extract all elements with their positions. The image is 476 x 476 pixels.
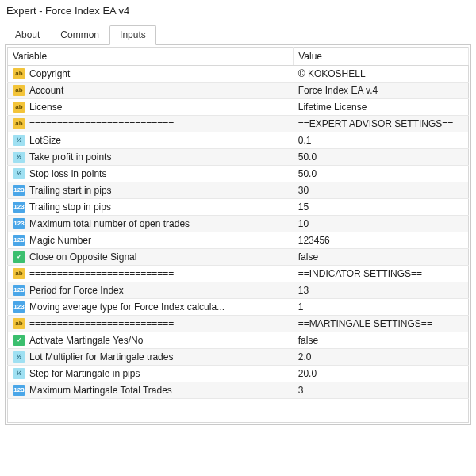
variable-cell[interactable]: ½Lot Multiplier for Martingale trades (8, 349, 294, 366)
variable-name: Take profit in points (29, 152, 111, 163)
variable-name: Account (29, 85, 63, 96)
tab-common[interactable]: Common (50, 25, 109, 45)
value-cell[interactable]: 50.0 (294, 166, 469, 182)
value-cell[interactable]: ==MARTINGALE SETTINGS== (294, 316, 469, 332)
variable-name: LotSize (29, 135, 61, 146)
variable-name: ========================== (29, 268, 174, 279)
tab-about[interactable]: About (5, 25, 50, 45)
value-cell[interactable]: 50.0 (294, 149, 469, 166)
table-row[interactable]: 123Magic Number123456 (8, 232, 469, 249)
variable-name: Period for Force Index (29, 285, 124, 296)
table-row[interactable]: ✓Activate Martingale Yes/Nofalse (8, 332, 469, 349)
variable-cell[interactable]: ½Step for Martingale in pips (8, 366, 294, 382)
table-row[interactable]: abCopyright© KOKOSHELL (8, 66, 469, 83)
string-type-icon: ab (13, 68, 25, 79)
column-header-variable[interactable]: Variable (8, 48, 294, 66)
value-cell[interactable]: Force Index EA v.4 (294, 83, 469, 99)
value-cell[interactable]: 3 (294, 382, 469, 399)
column-header-value[interactable]: Value (294, 48, 469, 66)
variable-cell[interactable]: abAccount (8, 83, 294, 99)
variable-cell[interactable]: 123Magic Number (8, 232, 294, 249)
variable-cell[interactable]: ab========================== (8, 266, 294, 282)
value-cell[interactable]: 15 (294, 199, 469, 216)
variable-cell[interactable]: abLicense (8, 99, 294, 116)
variable-name: Close on Opposite Signal (29, 251, 136, 263)
inputs-panel: Variable Value abCopyright© KOKOSHELLabA… (5, 44, 471, 425)
integer-type-icon: 123 (13, 301, 25, 313)
double-type-icon: ½ (13, 168, 25, 179)
variable-cell[interactable]: ✓Activate Martingale Yes/No (8, 332, 294, 349)
value-cell[interactable]: © KOKOSHELL (294, 66, 469, 83)
value-cell[interactable]: 10 (294, 216, 469, 232)
variable-cell[interactable]: 123Maximum total number of open trades (8, 216, 294, 232)
table-row[interactable]: 123Period for Force Index13 (8, 282, 469, 299)
variable-name: Activate Martingale Yes/No (29, 335, 143, 346)
integer-type-icon: 123 (13, 235, 25, 246)
table-row[interactable]: ½Take profit in points50.0 (8, 149, 469, 166)
inputs-table[interactable]: Variable Value abCopyright© KOKOSHELLabA… (7, 47, 469, 423)
variable-cell[interactable]: 123Trailing start in pips (8, 182, 294, 199)
value-cell[interactable]: false (294, 249, 469, 266)
table-row[interactable]: ½Stop loss in points50.0 (8, 166, 469, 182)
double-type-icon: ½ (13, 135, 25, 146)
value-cell[interactable]: 1 (294, 299, 469, 316)
table-row[interactable]: abAccountForce Index EA v.4 (8, 83, 469, 99)
string-type-icon: ab (13, 318, 25, 329)
variable-name: Step for Martingale in pips (29, 368, 140, 379)
value-cell[interactable]: 20.0 (294, 366, 469, 382)
variable-name: Moving average type for Force Index calc… (29, 301, 225, 313)
table-row[interactable]: ½Lot Multiplier for Martingale trades2.0 (8, 349, 469, 366)
string-type-icon: ab (13, 102, 25, 113)
variable-name: Maximum total number of open trades (29, 218, 190, 229)
window-title: Expert - Force Index EA v4 (0, 0, 476, 25)
variable-cell[interactable]: ab========================== (8, 316, 294, 332)
variable-cell[interactable]: ½Take profit in points (8, 149, 294, 166)
value-cell[interactable]: ==EXPERT ADVISOR SETTINGS== (294, 116, 469, 132)
table-row[interactable]: ½Step for Martingale in pips20.0 (8, 366, 469, 382)
value-cell[interactable]: 0.1 (294, 132, 469, 149)
table-row[interactable]: 123Moving average type for Force Index c… (8, 299, 469, 316)
variable-cell[interactable]: abCopyright (8, 66, 294, 83)
variable-name: Lot Multiplier for Martingale trades (29, 351, 173, 363)
variable-cell[interactable]: 123Maximum Martingale Total Trades (8, 382, 294, 399)
double-type-icon: ½ (13, 351, 25, 363)
table-row[interactable]: ab============================INDICATOR … (8, 266, 469, 282)
tab-bar: About Common Inputs (0, 25, 476, 44)
table-row[interactable]: 123Maximum Martingale Total Trades3 (8, 382, 469, 399)
value-cell[interactable]: 2.0 (294, 349, 469, 366)
variable-name: Trailing stop in pips (29, 202, 111, 213)
value-cell[interactable]: 123456 (294, 232, 469, 249)
double-type-icon: ½ (13, 152, 25, 163)
boolean-type-icon: ✓ (13, 335, 25, 346)
table-row[interactable]: ab============================MARTINGALE… (8, 316, 469, 332)
integer-type-icon: 123 (13, 202, 25, 213)
table-spacer (8, 399, 469, 423)
value-cell[interactable]: false (294, 332, 469, 349)
value-cell[interactable]: Lifetime License (294, 99, 469, 116)
table-row[interactable]: 123Maximum total number of open trades10 (8, 216, 469, 232)
variable-cell[interactable]: 123Trailing stop in pips (8, 199, 294, 216)
value-cell[interactable]: 13 (294, 282, 469, 299)
integer-type-icon: 123 (13, 285, 25, 296)
table-row[interactable]: ab============================EXPERT ADV… (8, 116, 469, 132)
table-row[interactable]: ✓Close on Opposite Signalfalse (8, 249, 469, 266)
table-row[interactable]: 123Trailing start in pips30 (8, 182, 469, 199)
variable-cell[interactable]: ab========================== (8, 116, 294, 132)
value-cell[interactable]: ==INDICATOR SETTINGS== (294, 266, 469, 282)
variable-cell[interactable]: 123Moving average type for Force Index c… (8, 299, 294, 316)
table-row[interactable]: abLicenseLifetime License (8, 99, 469, 116)
integer-type-icon: 123 (13, 218, 25, 229)
table-row[interactable]: 123Trailing stop in pips15 (8, 199, 469, 216)
variable-cell[interactable]: 123Period for Force Index (8, 282, 294, 299)
value-cell[interactable]: 30 (294, 182, 469, 199)
boolean-type-icon: ✓ (13, 251, 25, 263)
integer-type-icon: 123 (13, 385, 25, 396)
variable-cell[interactable]: ✓Close on Opposite Signal (8, 249, 294, 266)
variable-name: ========================== (29, 118, 174, 129)
tab-inputs[interactable]: Inputs (109, 25, 156, 45)
variable-name: ========================== (29, 318, 174, 329)
variable-cell[interactable]: ½LotSize (8, 132, 294, 149)
table-row[interactable]: ½LotSize0.1 (8, 132, 469, 149)
variable-cell[interactable]: ½Stop loss in points (8, 166, 294, 182)
variable-name: Maximum Martingale Total Trades (29, 385, 172, 396)
